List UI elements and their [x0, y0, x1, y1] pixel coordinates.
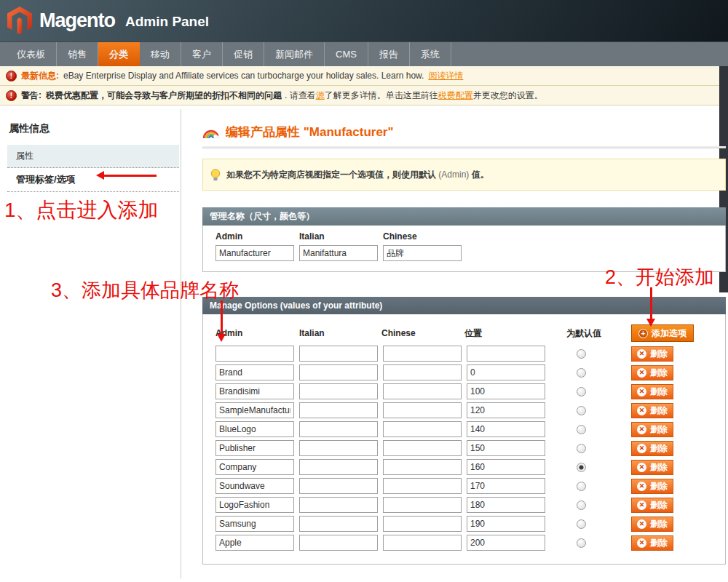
option-chinese-input[interactable] [383, 440, 462, 456]
delete-option-button[interactable]: ✕ 删除 [631, 460, 673, 475]
nav-tab[interactable]: CMS [325, 42, 368, 66]
option-italian-input[interactable] [299, 440, 378, 456]
notice-warning: ! 警告: 税费优惠配置，可能会导致与客户所期望的折扣不相同的问题 . 请查看 … [0, 86, 719, 105]
option-admin-input[interactable] [215, 383, 294, 399]
delete-option-button[interactable]: ✕ 删除 [631, 365, 673, 380]
chinese-label-input[interactable] [383, 245, 462, 261]
nav-tab[interactable]: 分类 [98, 42, 140, 66]
option-position-input[interactable] [467, 516, 545, 532]
delete-option-button[interactable]: ✕ 删除 [631, 535, 673, 551]
option-chinese-input[interactable] [383, 535, 462, 551]
option-italian-input[interactable] [299, 459, 378, 475]
default-option-radio[interactable] [577, 463, 586, 472]
default-option-radio[interactable] [577, 425, 586, 434]
notice-icon: ! [6, 90, 17, 101]
option-italian-input[interactable] [299, 478, 378, 494]
option-italian-input[interactable] [299, 364, 378, 380]
option-admin-input[interactable] [215, 535, 294, 551]
default-option-radio[interactable] [577, 519, 586, 529]
delete-option-label: 删除 [650, 367, 668, 379]
source-link[interactable]: 源 [316, 89, 325, 102]
nav-tab[interactable]: 仪表板 [6, 42, 57, 66]
nav-tab[interactable]: 客户 [181, 42, 223, 66]
italian-label-input[interactable] [299, 245, 378, 261]
option-admin-input[interactable] [215, 440, 294, 456]
option-position-input[interactable] [467, 364, 545, 380]
option-italian-input[interactable] [299, 535, 378, 551]
default-option-radio[interactable] [577, 349, 586, 359]
nav-tab[interactable]: 新闻邮件 [264, 42, 325, 66]
nav-tab[interactable]: 系统 [410, 42, 451, 66]
option-chinese-input[interactable] [383, 478, 462, 494]
delete-option-label: 删除 [650, 499, 668, 511]
default-option-radio[interactable] [577, 501, 586, 510]
nav-tab[interactable]: 促销 [223, 42, 264, 66]
option-admin-input[interactable] [215, 346, 294, 362]
options-admin-header: Admin [215, 328, 299, 338]
rainbow-icon [202, 127, 220, 138]
delete-option-button[interactable]: ✕ 删除 [631, 517, 673, 532]
option-chinese-input[interactable] [383, 497, 462, 513]
option-italian-input[interactable] [299, 421, 378, 437]
admin-column-label: Admin [215, 231, 294, 242]
option-position-input[interactable] [467, 346, 545, 362]
option-position-input[interactable] [467, 402, 545, 418]
default-option-radio[interactable] [577, 368, 586, 378]
option-admin-input[interactable] [215, 478, 294, 494]
sidebar-item-properties[interactable]: 属性 [7, 145, 179, 168]
default-option-radio[interactable] [577, 444, 586, 453]
option-chinese-input[interactable] [383, 383, 462, 399]
option-chinese-input[interactable] [383, 402, 462, 418]
option-position-input[interactable] [467, 383, 545, 399]
option-italian-input[interactable] [299, 402, 378, 418]
nav-tab[interactable]: 报告 [368, 42, 410, 66]
option-position-input[interactable] [467, 459, 545, 475]
option-italian-input[interactable] [299, 346, 378, 362]
notice-label: 最新信息: [21, 70, 59, 82]
delete-icon: ✕ [637, 482, 646, 491]
delete-option-button[interactable]: ✕ 删除 [631, 403, 673, 418]
delete-option-button[interactable]: ✕ 删除 [631, 422, 673, 437]
sidebar-item-manage-labels-options[interactable]: 管理标签/选项 [7, 168, 179, 192]
tax-config-link[interactable]: 税费配置 [438, 89, 473, 102]
option-admin-input[interactable] [215, 459, 294, 475]
nav-tab[interactable]: 移动 [140, 42, 181, 66]
delete-option-button[interactable]: ✕ 删除 [631, 479, 673, 494]
option-italian-input[interactable] [299, 516, 378, 532]
read-details-link[interactable]: 阅读详情 [428, 70, 463, 82]
option-italian-input[interactable] [299, 497, 378, 513]
delete-option-button[interactable]: ✕ 删除 [631, 346, 673, 362]
option-position-input[interactable] [467, 535, 545, 551]
default-option-radio[interactable] [577, 406, 586, 415]
default-option-radio[interactable] [577, 482, 586, 491]
delete-option-label: 删除 [650, 461, 668, 474]
delete-icon: ✕ [637, 519, 646, 529]
option-position-input[interactable] [467, 440, 545, 456]
delete-icon: ✕ [637, 368, 646, 378]
option-position-input[interactable] [467, 478, 545, 494]
delete-option-button[interactable]: ✕ 删除 [631, 441, 673, 456]
option-chinese-input[interactable] [383, 459, 462, 475]
option-chinese-input[interactable] [383, 421, 462, 437]
option-admin-input[interactable] [215, 497, 294, 513]
option-admin-input[interactable] [215, 402, 294, 418]
option-position-input[interactable] [467, 421, 545, 437]
default-option-radio[interactable] [577, 538, 586, 548]
default-option-radio[interactable] [577, 387, 586, 396]
annotation-arrow-left-icon [104, 175, 157, 177]
option-admin-input[interactable] [215, 516, 294, 532]
add-option-button[interactable]: + 添加选项 [631, 324, 694, 342]
annotation-step2: 2、开始添加 [605, 264, 714, 290]
admin-label-input[interactable] [215, 245, 294, 261]
option-admin-input[interactable] [215, 364, 294, 380]
options-rows: ✕ 删除 ✕ 删除 ✕ 删除 ✕ 删除 [215, 344, 725, 552]
option-chinese-input[interactable] [383, 346, 462, 362]
option-chinese-input[interactable] [383, 364, 462, 380]
option-position-input[interactable] [467, 497, 545, 513]
option-admin-input[interactable] [215, 421, 294, 437]
delete-option-button[interactable]: ✕ 删除 [631, 384, 673, 399]
delete-option-button[interactable]: ✕ 删除 [631, 498, 673, 513]
option-chinese-input[interactable] [383, 516, 462, 532]
nav-tab[interactable]: 销售 [57, 42, 98, 66]
option-italian-input[interactable] [299, 383, 378, 399]
